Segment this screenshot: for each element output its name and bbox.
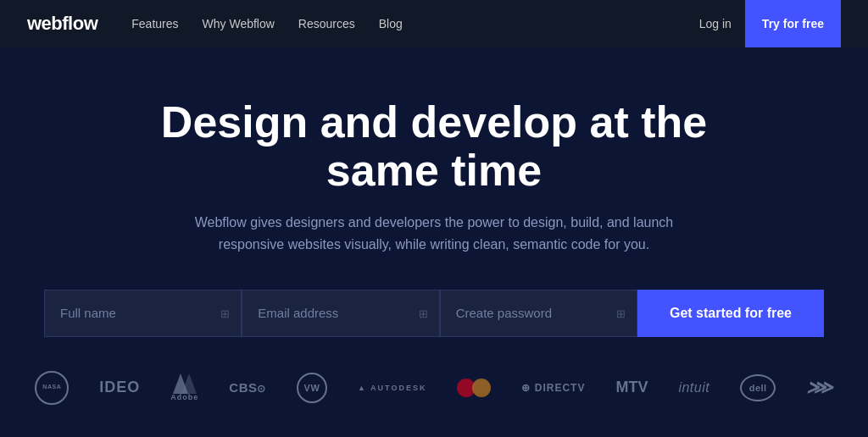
nav-resources[interactable]: Resources: [298, 17, 355, 30]
email-wrapper: ⊞: [242, 290, 439, 337]
logo-dell: dell: [740, 374, 776, 401]
password-input[interactable]: [440, 290, 637, 337]
try-for-free-button[interactable]: Try for free: [745, 0, 841, 47]
logo-intuit: intuit: [678, 380, 709, 396]
logo-ideo: IDEO: [99, 379, 140, 396]
hero-title: Design and develop at the same time: [112, 98, 756, 195]
logo-mtv: MTV: [615, 379, 648, 396]
logo-adobe: Adobe: [170, 373, 198, 401]
nav-blog[interactable]: Blog: [379, 17, 403, 30]
logo-cbs: CBS⊙: [229, 380, 266, 395]
vw-circle: VW: [297, 373, 327, 403]
nav-features[interactable]: Features: [131, 17, 178, 30]
hero-subtitle: Webflow gives designers and developers t…: [171, 212, 697, 255]
email-input[interactable]: [242, 290, 439, 337]
nav-links: Features Why Webflow Resources Blog: [131, 16, 671, 31]
mtv-text: MTV: [615, 379, 648, 396]
fullname-wrapper: ⊞: [44, 290, 242, 337]
nav-actions: Log in Try for free: [699, 0, 841, 47]
ua-text: ⋙: [806, 377, 833, 399]
ideo-text: IDEO: [99, 379, 140, 396]
directv-text: ⊕ DIRECTV: [521, 382, 585, 394]
logo-directv: ⊕ DIRECTV: [521, 382, 585, 394]
logo[interactable]: webflow: [27, 13, 97, 35]
cbs-text: CBS⊙: [229, 380, 266, 395]
nasa-circle: NASA: [35, 371, 69, 405]
logo-mastercard: [457, 379, 491, 397]
fullname-input[interactable]: [44, 290, 242, 337]
login-link[interactable]: Log in: [699, 17, 732, 30]
adobe-icon: [173, 373, 197, 394]
intuit-text: intuit: [678, 380, 709, 396]
signup-form: ⊞ ⊞ ⊞ Get started for free: [44, 290, 824, 337]
mc-right-circle: [472, 379, 491, 397]
logo-nasa: NASA: [35, 371, 69, 405]
logos-row: NASA IDEO Adobe CBS⊙ VW ▲ AUTODESK ⊕ DIR…: [35, 371, 832, 405]
password-wrapper: ⊞: [440, 290, 637, 337]
logo-ua: ⋙: [806, 377, 833, 399]
logo-autodesk: ▲ AUTODESK: [358, 384, 426, 392]
hero-section: Design and develop at the same time Webf…: [0, 47, 868, 405]
dell-oval: dell: [740, 374, 776, 401]
navbar: webflow Features Why Webflow Resources B…: [0, 0, 868, 47]
logo-vw: VW: [297, 373, 327, 403]
autodesk-text: ▲ AUTODESK: [358, 384, 426, 392]
get-started-button[interactable]: Get started for free: [637, 290, 824, 337]
nav-why-webflow[interactable]: Why Webflow: [203, 17, 275, 30]
